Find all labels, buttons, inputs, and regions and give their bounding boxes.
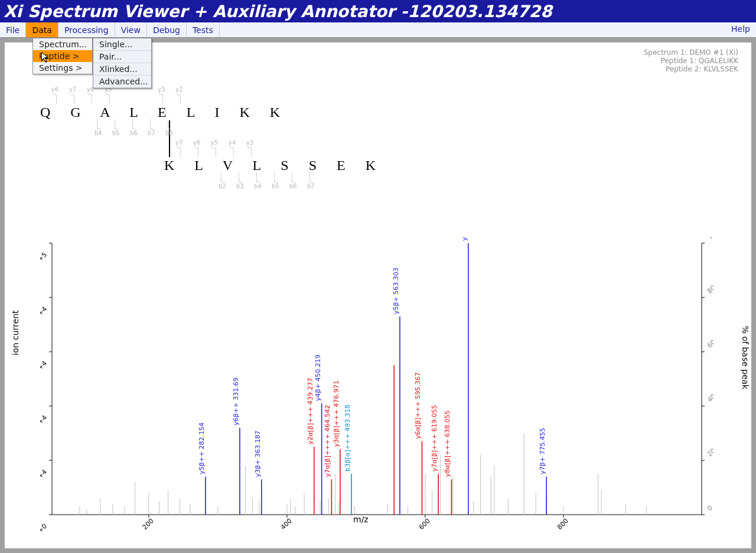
ion-label: b4 — [254, 183, 262, 189]
peptide1-sequence: Q G A L E L I K K — [40, 104, 288, 120]
spectrum-chart[interactable]: 0.0e+02.0e+44.0e+46.0e+48.0e+41.0e+50204… — [40, 237, 713, 544]
y-axis-right-label: % of base peak — [741, 326, 750, 390]
peak-label: y7α[β]+++ 619.055 — [431, 405, 438, 472]
dropdown-peptide: Single... Pair... Xlinked... Advanced... — [93, 38, 152, 89]
window-title: Xi Spectrum Viewer + Auxiliary Annotator… — [0, 0, 756, 22]
menu-item-single[interactable]: Single... — [93, 38, 151, 51]
svg-text:6.0e+4: 6.0e+4 — [40, 359, 48, 382]
svg-text:2.0e+4: 2.0e+4 — [40, 468, 48, 490]
menu-debug[interactable]: Debug — [147, 22, 187, 37]
peak-label: y5β++ 282.154 — [198, 423, 206, 475]
svg-text:8.0e+4: 8.0e+4 — [40, 305, 48, 328]
menu-item-advanced[interactable]: Advanced... — [93, 76, 151, 88]
ion-label: b7 — [307, 183, 315, 189]
peak-label: y5β+ 563.303 — [392, 267, 400, 314]
svg-text:100: 100 — [706, 237, 713, 241]
svg-text:40: 40 — [706, 392, 713, 404]
menu-help[interactable]: Help — [725, 22, 756, 37]
ion-label: b5 — [112, 130, 120, 136]
info-peptide2: Peptide 2: KLVLSSEK — [644, 65, 738, 73]
peak-label: y3α[β]+++ 476.971 — [333, 381, 340, 447]
menu-item-xlinked[interactable]: Xlinked... — [93, 63, 151, 76]
menu-view[interactable]: View — [115, 22, 147, 37]
menu-item-peptide[interactable]: Peptide > — [33, 50, 92, 62]
svg-text:80: 80 — [706, 284, 713, 295]
ion-label: b6 — [130, 130, 138, 136]
ion-label: b8 — [165, 130, 173, 136]
menu-tests[interactable]: Tests — [187, 22, 220, 37]
svg-text:0: 0 — [706, 504, 713, 512]
peak-label: y6α[β]+++ 595.367 — [414, 372, 422, 439]
workspace: Spectrum 1: DEMO #1 (Xi) Peptide 1: QGAL… — [0, 38, 756, 553]
menubar: File Data Processing View Debug Tests He… — [0, 22, 756, 38]
peptide2-sequence: K L V L S S E K — [164, 158, 384, 174]
peak-label: y7α[β]++++ 464.542 — [324, 405, 331, 477]
menu-data[interactable]: Data — [26, 22, 58, 37]
ion-label: y4 — [229, 139, 236, 146]
peak-label: y6β+ 662.371 — [461, 237, 468, 241]
info-peptide1: Peptide 1: QGALELIKK — [644, 57, 738, 65]
ion-label: y3 — [158, 86, 165, 93]
spectrum-info: Spectrum 1: DEMO #1 (Xi) Peptide 1: QGAL… — [644, 48, 738, 73]
peak-label: y4β+ 450.219 — [314, 355, 322, 401]
menu-item-pair[interactable]: Pair... — [93, 51, 151, 63]
ion-label: b2 — [219, 183, 226, 189]
peak-label: y2α[β]+++ 439.277 — [307, 378, 314, 444]
svg-text:600: 600 — [418, 517, 432, 531]
peak-label: b3β[α]+++ 493.318 — [344, 405, 351, 472]
crosslink-bar — [169, 120, 170, 157]
ion-label: b6 — [289, 183, 297, 189]
dropdown-data: Spectrum... Peptide > Settings > — [32, 38, 93, 74]
svg-text:60: 60 — [706, 338, 713, 349]
peak-label: y8α[β]+++ 638.055 — [444, 410, 451, 477]
peak-label: y6β++ 331.69 — [232, 378, 240, 426]
menu-item-settings[interactable]: Settings > — [33, 62, 92, 74]
svg-text:0.0e+0: 0.0e+0 — [40, 522, 48, 544]
svg-text:200: 200 — [141, 517, 155, 531]
peak-label: y3β+ 363.187 — [254, 430, 262, 477]
ion-label: b4 — [94, 130, 102, 136]
svg-text:4.0e+4: 4.0e+4 — [40, 414, 48, 436]
svg-text:800: 800 — [556, 517, 570, 531]
ion-label: y7 — [175, 139, 183, 146]
ion-label: b3 — [236, 183, 244, 189]
canvas: Spectrum 1: DEMO #1 (Xi) Peptide 1: QGAL… — [5, 42, 751, 548]
peak-label: y7β+ 775.455 — [539, 428, 546, 475]
menu-file[interactable]: File — [0, 22, 26, 37]
y-axis-left-label: ion current — [11, 310, 20, 355]
svg-text:1.0e+5: 1.0e+5 — [40, 251, 48, 273]
menu-item-spectrum[interactable]: Spectrum... — [33, 38, 92, 50]
ion-label: y2 — [175, 86, 183, 93]
info-spectrum: Spectrum 1: DEMO #1 (Xi) — [644, 48, 738, 57]
svg-text:20: 20 — [706, 447, 713, 458]
ion-label: y6 — [51, 86, 58, 93]
ion-label: b5 — [272, 183, 279, 189]
ion-label: y6 — [193, 139, 200, 146]
ion-label: y5 — [211, 139, 218, 146]
ion-label: b7 — [148, 130, 155, 136]
svg-text:400: 400 — [279, 517, 294, 531]
ion-label: y3 — [246, 139, 253, 146]
ion-label: y7 — [69, 86, 76, 93]
menu-processing[interactable]: Processing — [58, 22, 115, 37]
